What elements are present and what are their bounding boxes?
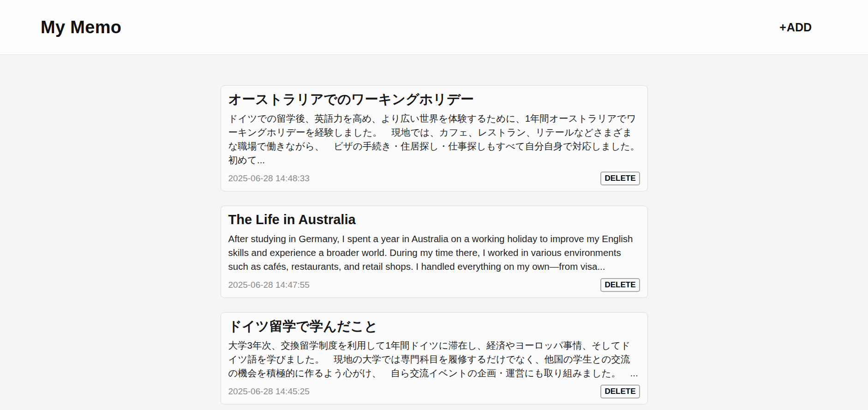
memo-body: After studying in Germany, I spent a yea… <box>228 232 640 273</box>
delete-button[interactable]: DELETE <box>600 278 640 292</box>
memo-body: 大学3年次、交換留学制度を利用して1年間ドイツに滞在し、経済やヨーロッパ事情、そ… <box>228 339 640 380</box>
memo-body: ドイツでの留学後、英語力を高め、より広い世界を体験するために、1年間オーストラリ… <box>228 112 640 167</box>
memo-title: オーストラリアでのワーキングホリデー <box>228 91 640 107</box>
memo-card: ドイツ留学で学んだこと 大学3年次、交換留学制度を利用して1年間ドイツに滞在し、… <box>221 312 648 404</box>
memo-timestamp: 2025-06-28 14:45:25 <box>228 386 310 397</box>
memo-timestamp: 2025-06-28 14:48:33 <box>228 173 310 184</box>
memo-title: The Life in Australia <box>228 212 640 228</box>
memo-timestamp: 2025-06-28 14:47:55 <box>228 280 310 290</box>
add-button-label: ADD <box>787 21 812 34</box>
delete-button[interactable]: DELETE <box>600 385 640 398</box>
memo-list: オーストラリアでのワーキングホリデー ドイツでの留学後、英語力を高め、より広い世… <box>221 55 648 410</box>
delete-button[interactable]: DELETE <box>600 172 640 185</box>
memo-footer: 2025-06-28 14:48:33 DELETE <box>228 172 640 185</box>
memo-footer: 2025-06-28 14:45:25 DELETE <box>228 385 640 398</box>
memo-title: ドイツ留学で学んだこと <box>228 318 640 334</box>
app-header: My Memo +ADD <box>0 0 868 55</box>
page-title: My Memo <box>41 18 121 37</box>
plus-icon: + <box>779 21 786 34</box>
add-button[interactable]: +ADD <box>779 21 812 34</box>
memo-card: The Life in Australia After studying in … <box>221 206 648 298</box>
memo-footer: 2025-06-28 14:47:55 DELETE <box>228 278 640 292</box>
memo-card: オーストラリアでのワーキングホリデー ドイツでの留学後、英語力を高め、より広い世… <box>221 85 648 191</box>
